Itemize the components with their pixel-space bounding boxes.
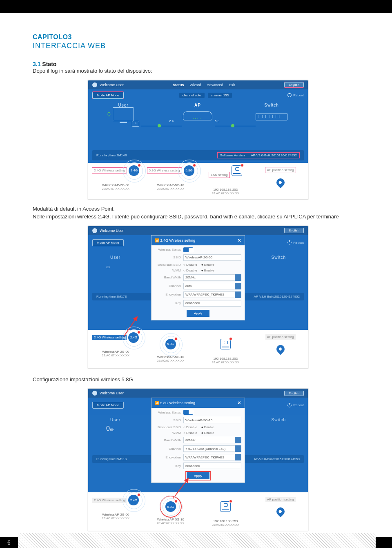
tab-exit[interactable]: Exit — [229, 83, 235, 87]
card-lan[interactable]: LAN setting 192.168.188.253 28:AC:67:XX:… — [198, 163, 253, 199]
close-icon[interactable]: ✕ — [237, 238, 241, 243]
mode-button[interactable]: Mode AP Mode — [92, 402, 124, 409]
card-position-title: AP position setting — [265, 334, 296, 340]
user-icon — [92, 228, 97, 233]
reboot-button[interactable]: Reboot — [287, 93, 304, 97]
mode-button[interactable]: Mode AP Mode — [92, 239, 124, 246]
map-pin-icon — [275, 506, 286, 517]
client-count: 0 — [106, 425, 110, 432]
map-pin-icon — [275, 177, 286, 188]
power-icon — [287, 403, 292, 407]
field-key-label: Key — [155, 301, 181, 305]
card-lan[interactable]: 192.168.188.253 28:AC:67:XX:XX:XX — [198, 330, 253, 368]
welcome-label: Welcome User — [100, 83, 124, 87]
card-lan[interactable]: 192.168.188.253 28:AC:67:XX:XX:XX — [198, 492, 253, 531]
ssid-input[interactable]: WirelessAP-2G-00 — [183, 254, 241, 261]
field-encryption-label: Encryption — [155, 293, 181, 296]
wireless-24g-modal: 📶 2.4G Wireless setting ✕ Wireless Statu… — [151, 235, 245, 320]
card-58g-title: 5.8G Wireless setting — [147, 167, 182, 173]
nav-tabs: Status Wizard Advanced Exit — [173, 83, 235, 87]
language-selector[interactable]: English — [284, 82, 304, 87]
close-icon[interactable]: ✕ — [237, 400, 241, 406]
user-icon — [92, 82, 97, 87]
broadcast-radio[interactable]: DisableEnable — [183, 425, 214, 429]
reboot-button[interactable]: Reboot — [287, 240, 304, 245]
wifi-icon: ⏛ — [110, 425, 114, 432]
broadcast-radio[interactable]: DisableEnable — [183, 263, 214, 267]
tab-advanced[interactable]: Advanced — [207, 83, 223, 87]
channel-select[interactable]: auto — [183, 283, 241, 289]
wireless-status-toggle[interactable] — [183, 410, 193, 415]
ring-58g-icon: 5.8G — [165, 339, 176, 349]
channel-select[interactable]: + 5.765 GHz (Channel 153) — [183, 445, 241, 452]
wmm-radio[interactable]: DisableEnable — [183, 431, 214, 435]
network-diagram: User 0 ⏛ 2.4 AP 5.8 Switch — [92, 103, 304, 148]
screenshot-status-page: Welcome User Status Wizard Advanced Exit… — [88, 80, 308, 200]
key-input[interactable]: 66666666 — [183, 463, 241, 469]
user-node-label: User — [110, 418, 120, 422]
card-position[interactable]: AP position setting — [253, 492, 308, 531]
card-58g[interactable]: 5.8G Wireless setting 5.8G WirelessAP-5G… — [143, 163, 198, 199]
lan-ip: 192.168.188.253 — [200, 519, 251, 523]
ring-24g-icon: 2.4G — [128, 332, 139, 343]
language-selector[interactable]: English — [284, 228, 304, 233]
encryption-select[interactable]: WPA/WPA2PSK_TKIPAES — [183, 291, 241, 298]
monitor-icon: 0 ⏛ — [113, 107, 134, 121]
info-bar: Running time 2M14S Software Version AP-V… — [92, 150, 304, 160]
tab-status[interactable]: Status — [173, 83, 184, 87]
card-24g[interactable]: 2.4G Wireless setting 2.4G WirelessAP-2G… — [88, 492, 143, 531]
mac-24g: 28:AC:67:XX:XX:XX — [91, 187, 141, 191]
lan-mac: 28:AC:67:XX:XX:XX — [200, 191, 251, 195]
card-position[interactable]: AP position setting — [253, 163, 308, 199]
card-24g-title: 2.4G Wireless setting — [92, 335, 127, 340]
wifi-icon: ⏛ — [132, 121, 139, 127]
card-24g-title: 2.4G Wireless setting — [92, 167, 127, 173]
welcome-label: Welcome User — [100, 391, 124, 395]
field-status-label: Wireless Status — [155, 248, 181, 251]
footer-strip — [376, 537, 392, 548]
language-selector[interactable]: English — [284, 391, 304, 396]
mac-58g: 28:AC:67:XX:XX:XX — [146, 521, 196, 525]
mac-24g: 28:AC:67:XX:XX:XX — [91, 516, 141, 520]
alert-dot-icon — [193, 164, 196, 167]
channel-value-pill: channel 153 — [208, 93, 232, 98]
encryption-select[interactable]: WPA/WPA2PSK_TKIPAES — [183, 454, 241, 460]
mode-button[interactable]: Mode AP Mode — [92, 92, 124, 99]
card-58g[interactable]: 5.8G WirelessAP-5G-10 28:AC:67:XX:XX:XX — [143, 330, 198, 368]
welcome-label: Welcome User — [100, 229, 124, 233]
alert-dot-icon — [241, 164, 244, 167]
apply-button[interactable]: Apply — [187, 310, 209, 317]
lan-ip: 192.168.188.253 — [200, 188, 251, 191]
modal-title: 📶 2.4G Wireless setting — [155, 238, 195, 242]
ssid-input[interactable]: WirelessAP-5G-10 — [183, 417, 241, 423]
bandwidth-select[interactable]: 80MHz — [183, 437, 241, 443]
app-header: Welcome User Status Wizard Advanced Exit… — [88, 80, 308, 89]
card-24g[interactable]: 2.4G Wireless setting 2.4G WirelessAP-2G… — [88, 330, 143, 368]
bandwidth-select[interactable]: 20MHz — [183, 274, 241, 281]
switch-node-label: Switch — [272, 255, 286, 260]
wireless-58g-modal: 📶 5.8G Wireless setting ✕ Wireless Statu… — [151, 398, 245, 483]
power-icon — [287, 93, 292, 97]
field-status-label: Wireless Status — [155, 411, 181, 414]
map-pin-icon — [275, 343, 286, 354]
tab-wizard[interactable]: Wizard — [190, 83, 201, 87]
user-node-label: User — [110, 255, 120, 260]
card-58g[interactable]: 5.8G WirelessAP-5G-10 28:AC:67:XX:XX:XX — [143, 492, 198, 531]
alert-dot-icon — [174, 500, 178, 503]
field-bandwidth-label: Band Width — [155, 438, 181, 442]
key-input[interactable]: 66666666 — [183, 300, 241, 307]
alert-dot-icon — [137, 493, 140, 496]
reboot-button[interactable]: Reboot — [287, 403, 304, 407]
apply-button[interactable]: Apply — [187, 472, 209, 479]
card-24g[interactable]: 2.4G Wireless setting 2.4G WirelessAP-2G… — [88, 163, 143, 199]
lan-ip: 192.168.188.253 — [200, 357, 251, 360]
ssid-24g: WirelessAP-2G-00 — [91, 183, 141, 187]
mac-58g: 28:AC:67:XX:XX:XX — [146, 359, 196, 363]
wireless-status-toggle[interactable] — [183, 247, 193, 252]
wmm-radio[interactable]: DisableEnable — [183, 269, 214, 272]
monitor-icon: ⏛ — [106, 262, 110, 270]
card-position[interactable]: AP position setting — [253, 330, 308, 368]
app-header: Welcome User English — [88, 226, 308, 235]
user-icon — [92, 391, 97, 396]
field-channel-label: Channel — [155, 284, 181, 288]
